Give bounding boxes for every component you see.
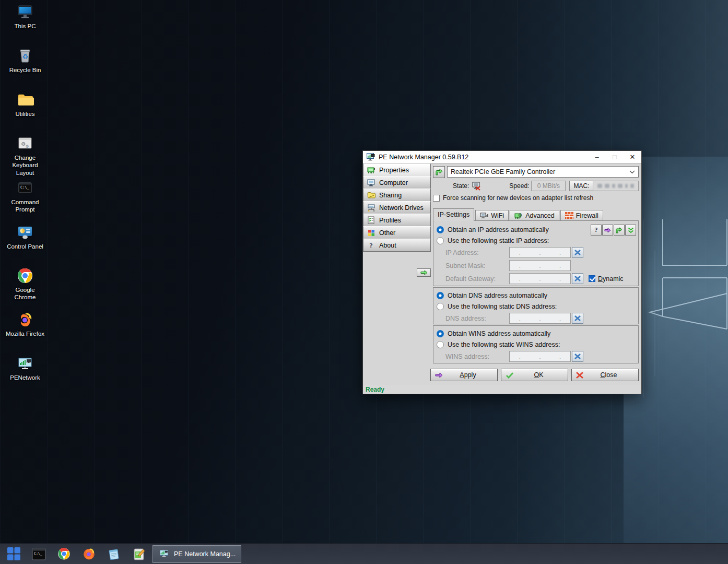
task-button-label: PE Network Manag... — [174, 550, 236, 558]
settings-tab-panel: IP-Settings WiFi ⚙ Advanced Firewall — [433, 208, 639, 363]
dns-address-input[interactable] — [509, 313, 571, 324]
sidebar-item-other[interactable]: Other — [363, 226, 431, 239]
sidebar-item-sharing[interactable]: Sharing — [363, 189, 431, 202]
desktop-icon-command-prompt[interactable]: C:\_ Command Prompt — [4, 179, 46, 214]
close-x-icon — [576, 372, 583, 379]
refresh-icon — [435, 169, 443, 176]
sidebar-item-computer[interactable]: Computer — [363, 176, 431, 189]
control-panel-icon — [16, 224, 34, 241]
sidebar-item-label: Other — [379, 229, 395, 237]
taskbar-firefox[interactable] — [76, 544, 101, 564]
desktop-icon-utilities[interactable]: Utilities — [4, 91, 46, 118]
static-ip-radio[interactable] — [437, 237, 444, 244]
sidebar-item-properties[interactable]: Properties — [363, 163, 431, 177]
force-scan-checkbox[interactable] — [433, 195, 440, 202]
tab-advanced[interactable]: ⚙ Advanced — [510, 210, 559, 221]
desktop-icon-label: Command Prompt — [4, 198, 46, 214]
clear-wins-button[interactable] — [572, 351, 583, 362]
dialog-button-row: Apply OK Close — [430, 369, 639, 381]
taskbar-chrome[interactable] — [51, 544, 76, 564]
close-button-label: Close — [583, 371, 634, 379]
sidebar-item-label: Sharing — [379, 192, 402, 199]
desktop-icon-this-pc[interactable]: This PC — [4, 3, 46, 30]
tab-ip-settings[interactable]: IP-Settings — [433, 208, 474, 221]
sidebar-item-profiles[interactable]: Profiles — [363, 214, 431, 227]
taskbar-command-prompt[interactable]: C:\_ — [26, 544, 51, 564]
folder-icon — [16, 91, 34, 109]
obtain-wins-radio[interactable] — [437, 330, 444, 337]
static-dns-radio[interactable] — [437, 303, 444, 310]
static-wins-radio[interactable] — [437, 341, 444, 348]
double-chevron-down-icon — [628, 227, 634, 233]
static-dns-row[interactable]: Use the following static DNS address: — [437, 301, 636, 312]
obtain-ip-label: Obtain an IP address automatically — [448, 226, 549, 233]
expand-double-chevron-button[interactable] — [625, 225, 636, 236]
taskbar-notepad-plus-plus[interactable] — [126, 544, 151, 564]
minimize-button[interactable]: – — [588, 151, 606, 163]
maximize-button[interactable]: □ — [606, 151, 624, 163]
force-scan-label: Force scanning for new devices on adapte… — [443, 194, 593, 202]
dynamic-gateway-toggle[interactable]: Dynamic — [589, 275, 624, 283]
apply-ip-button[interactable] — [602, 225, 613, 236]
dynamic-checkbox[interactable] — [589, 275, 595, 282]
ok-button[interactable]: OK — [501, 369, 568, 381]
main-panel: Realtek PCIe GbE Family Controller State… — [433, 163, 639, 386]
sidebar-item-label: Network Drives — [379, 204, 424, 212]
obtain-dns-row[interactable]: Obtain DNS address automatically — [437, 290, 636, 301]
desktop-icon-label: Change Keyboard Layout — [4, 154, 46, 177]
force-scan-row[interactable]: Force scanning for new devices on adapte… — [433, 194, 639, 202]
subnet-mask-label: Subnet Mask: — [445, 262, 509, 269]
obtain-ip-radio[interactable] — [437, 226, 444, 233]
blue-x-icon — [574, 276, 581, 281]
other-squares-icon — [367, 228, 375, 237]
ip-address-input[interactable] — [509, 247, 571, 258]
adapter-select[interactable]: Realtek PCIe GbE Family Controller — [447, 166, 639, 178]
static-ip-row[interactable]: Use the following static IP address: — [437, 235, 636, 246]
clear-gateway-button[interactable] — [572, 273, 583, 284]
dns-address-row: DNS address: — [437, 312, 636, 325]
desktop-icon-label: Utilities — [15, 110, 34, 118]
tab-label: Firewall — [576, 212, 598, 219]
sidebar-item-network-drives[interactable]: Network Drives — [363, 201, 431, 214]
desktop-icon-label: Google Chrome — [4, 286, 46, 301]
wins-group: Obtain WINS address automatically Use th… — [433, 325, 639, 363]
obtain-wins-row[interactable]: Obtain WINS address automatically — [437, 328, 636, 339]
adapter-state-row: State: Speed: 0 MBit/s MAC: — [433, 181, 639, 191]
sidebar-item-about[interactable]: ? About — [363, 239, 431, 252]
desktop-icon-google-chrome[interactable]: Google Chrome — [4, 267, 46, 301]
desktop-icon-change-keyboard-layout[interactable]: ⚙⚙ Change Keyboard Layout — [4, 135, 46, 177]
sidebar-collapse-button[interactable] — [417, 268, 431, 277]
windows-start-icon — [7, 547, 20, 560]
tab-strip: IP-Settings WiFi ⚙ Advanced Firewall — [433, 208, 639, 221]
clear-ip-button[interactable] — [572, 247, 583, 258]
window-titlebar[interactable]: PE Network Manager 0.59.B12 – □ ✕ — [363, 151, 641, 163]
about-question-icon: ? — [367, 241, 375, 250]
help-button[interactable]: ? — [591, 225, 602, 236]
tab-firewall[interactable]: Firewall — [560, 210, 603, 221]
desktop-icon-label: PENetwork — [10, 374, 40, 381]
subnet-mask-input[interactable] — [509, 260, 571, 271]
clear-dns-button[interactable] — [572, 313, 583, 324]
default-gateway-input[interactable] — [509, 273, 571, 284]
desktop-icon-control-panel[interactable]: Control Panel — [4, 224, 46, 250]
refresh-adapters-button[interactable] — [433, 166, 445, 178]
desktop-icon-recycle-bin[interactable]: ♻ Recycle Bin — [4, 47, 46, 74]
apply-button[interactable]: Apply — [430, 369, 498, 381]
desktop-icon-label: Recycle Bin — [9, 66, 41, 74]
obtain-dns-radio[interactable] — [437, 292, 444, 299]
penetwork-icon — [158, 549, 170, 559]
close-button[interactable]: Close — [571, 369, 639, 381]
static-wins-row[interactable]: Use the following static WINS address: — [437, 339, 636, 350]
close-window-button[interactable]: ✕ — [624, 151, 641, 163]
refresh-ip-button[interactable] — [614, 225, 625, 236]
taskbar-notepad[interactable] — [101, 544, 126, 564]
desktop-icon-mozilla-firefox[interactable]: Mozilla Firefox — [4, 311, 46, 337]
sidebar-item-label: Properties — [379, 167, 409, 174]
start-button[interactable] — [1, 544, 26, 564]
apply-button-label: Apply — [443, 371, 493, 379]
wins-address-input[interactable] — [509, 351, 571, 362]
window-title: PE Network Manager 0.59.B12 — [379, 154, 588, 161]
desktop-icon-penetwork[interactable]: PENetwork — [4, 355, 46, 381]
taskbar-task-pe-network-manager[interactable]: PE Network Manag... — [152, 545, 241, 563]
tab-wifi[interactable]: WiFi — [475, 210, 509, 221]
